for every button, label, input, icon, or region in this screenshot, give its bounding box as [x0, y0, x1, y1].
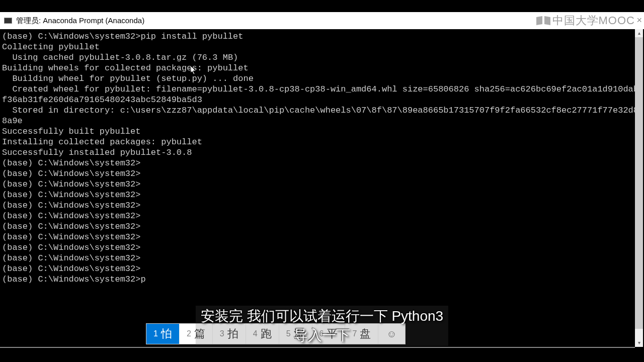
terminal-line: (base) C:\Windows\system32> — [2, 200, 642, 211]
ime-candidate-number: 3 — [220, 329, 224, 338]
ime-emoji-icon[interactable]: ☺ — [378, 324, 405, 344]
terminal-line: (base) C:\Windows\system32> — [2, 168, 642, 179]
terminal-line: Successfully built pybullet — [2, 126, 642, 137]
terminal-line: Successfully installed pybullet-3.0.8 — [2, 147, 642, 158]
ime-candidate[interactable]: 7盘 — [345, 324, 378, 344]
terminal-line: (base) C:\Windows\system32> — [2, 190, 642, 200]
terminal-line: (base) C:\Windows\system32> — [2, 158, 642, 168]
window-titlebar: 管理员: Anaconda Prompt (Anaconda) 中国大学MOOC… — [0, 12, 644, 29]
ime-candidate[interactable]: 3拍 — [213, 324, 246, 344]
vertical-scrollbar[interactable]: ▴ ▾ — [635, 29, 643, 347]
ime-candidate[interactable]: 2篇 — [180, 324, 213, 344]
terminal-line: Stored in directory: c:\users\zzz87\appd… — [2, 105, 642, 126]
terminal-line: Created wheel for pybullet: filename=pyb… — [2, 84, 642, 105]
ime-candidate-text: 跑 — [261, 326, 272, 341]
ime-candidate-text: 怕 — [161, 326, 172, 341]
ime-candidate-text: 盘 — [360, 326, 371, 341]
ime-candidate-text: 平 — [327, 326, 338, 341]
terminal-line: (base) C:\Windows\system32>p — [2, 274, 642, 285]
scroll-down-arrow[interactable]: ▾ — [635, 339, 643, 347]
mooc-watermark: 中国大学MOOC — [536, 13, 635, 28]
ime-candidate-number: 6 — [319, 329, 324, 338]
terminal-line: (base) C:\Windows\system32> — [2, 179, 642, 190]
ime-candidate-bar[interactable]: 1怕2篇3拍4跑5派6平7盘☺ — [146, 323, 406, 344]
cmd-icon — [4, 18, 12, 24]
ime-candidate-number: 5 — [286, 329, 291, 338]
terminal-line: (base) C:\Windows\system32> — [2, 263, 642, 274]
letterbox-top — [0, 0, 644, 12]
ime-candidate[interactable]: 6平 — [312, 324, 346, 344]
ime-candidate[interactable]: 4跑 — [246, 324, 279, 344]
scroll-up-arrow[interactable]: ▴ — [635, 29, 643, 37]
terminal-line: Using cached pybullet-3.0.8.tar.gz (76.3… — [2, 52, 642, 63]
ime-candidate-number: 1 — [153, 329, 158, 338]
scrollbar-thumb[interactable] — [635, 37, 643, 329]
ime-candidate-text: 拍 — [227, 326, 238, 341]
terminal-line: (base) C:\Windows\system32> — [2, 242, 642, 253]
letterbox-bottom — [0, 348, 644, 362]
watermark-text: 中国大学MOOC — [552, 13, 635, 28]
ime-candidate[interactable]: 5派 — [279, 324, 312, 344]
terminal-line: (base) C:\Windows\system32>pip install p… — [2, 31, 642, 42]
ime-candidate-text: 派 — [294, 326, 305, 341]
terminal-line: (base) C:\Windows\system32> — [2, 232, 642, 242]
ime-candidate[interactable]: 1怕 — [146, 324, 180, 344]
ime-candidate-number: 2 — [187, 329, 191, 338]
terminal-line: Building wheels for collected packages: … — [2, 63, 642, 73]
terminal-line: (base) C:\Windows\system32> — [2, 221, 642, 232]
book-icon — [536, 16, 550, 26]
terminal-line: Collecting pybullet — [2, 42, 642, 52]
terminal-line: (base) C:\Windows\system32> — [2, 211, 642, 221]
window-title: 管理员: Anaconda Prompt (Anaconda) — [16, 16, 144, 26]
close-icon[interactable]: × — [636, 15, 642, 26]
ime-candidate-text: 篇 — [194, 326, 205, 341]
ime-candidate-number: 7 — [352, 329, 357, 338]
ime-candidate-number: 4 — [253, 329, 258, 338]
terminal-line: Installing collected packages: pybullet — [2, 137, 642, 147]
terminal-output[interactable]: (base) C:\Windows\system32>pip install p… — [0, 29, 644, 348]
terminal-line: (base) C:\Windows\system32> — [2, 253, 642, 263]
terminal-line: Building wheel for pybullet (setup.py) .… — [2, 73, 642, 84]
